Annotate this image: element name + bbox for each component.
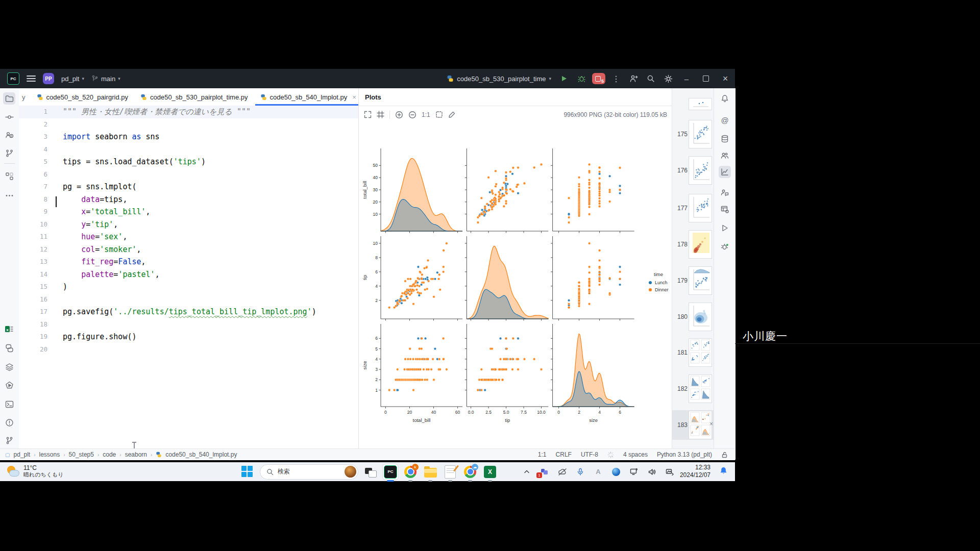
breadcrumb-item[interactable]: pd_plt — [13, 451, 30, 458]
search-input[interactable]: 検索 — [260, 464, 358, 480]
code-with-me-icon[interactable] — [625, 69, 642, 88]
plot-thumbnail-182[interactable]: 182 — [672, 374, 714, 404]
tray-cortana-icon[interactable] — [611, 467, 621, 477]
code-line[interactable]: 5tips = sns.load_dataset('tips') — [19, 156, 358, 168]
data-tables-icon[interactable] — [719, 203, 731, 215]
tab-pairgrid[interactable]: code50_sb_520_pairgrid.py — [31, 88, 134, 106]
close-tab-icon[interactable]: × — [352, 93, 356, 101]
search-daily-image[interactable] — [345, 466, 356, 478]
tray-photos-sync-icon[interactable] — [665, 467, 675, 477]
fit-zoom-icon[interactable] — [364, 111, 372, 118]
more-tool-windows-icon[interactable] — [3, 189, 15, 202]
thumbnail-image[interactable] — [689, 98, 712, 110]
commit-icon[interactable] — [3, 111, 15, 123]
project-folder-icon[interactable] — [3, 92, 15, 105]
tray-volume-icon[interactable] — [647, 467, 657, 477]
breadcrumb-item[interactable]: lessons — [39, 451, 60, 458]
plot-thumbnail-175[interactable]: 175 — [672, 119, 714, 149]
code-line[interactable]: 17pg.savefig('../results/tips_total_bill… — [19, 306, 358, 318]
color-picker-icon[interactable] — [448, 111, 456, 118]
plots-tool-icon[interactable] — [719, 166, 731, 178]
pairplot-image[interactable]: 1020304050total_bill246810tip12345602040… — [359, 123, 672, 460]
indent-setting[interactable]: 4 spaces — [623, 451, 648, 458]
tray-microphone-icon[interactable] — [575, 467, 585, 477]
problems-icon[interactable] — [3, 416, 15, 429]
taskbar-chrome-profile2-icon[interactable]: ☁ — [462, 464, 478, 480]
run-panel-icon[interactable] — [719, 222, 731, 234]
code-line[interactable]: 10 y='tip', — [19, 218, 358, 231]
tab-pairplot-time[interactable]: code50_sb_530_pairplot_time.py — [134, 88, 254, 106]
plot-thumbnail-177[interactable]: 177 — [672, 193, 714, 223]
caret-position[interactable]: 1:1 — [538, 451, 547, 458]
taskbar-excel-icon[interactable]: X — [482, 464, 498, 480]
tab-overflow[interactable]: y — [19, 93, 31, 101]
tab-lmplot[interactable]: code50_sb_540_lmplot.py × — [254, 88, 362, 106]
code-review-icon[interactable] — [719, 186, 731, 198]
run-button[interactable] — [555, 69, 573, 88]
vcs-graph-icon[interactable] — [3, 147, 15, 159]
run-tool-icon[interactable] — [3, 379, 15, 391]
actual-size-button[interactable]: 1:1 — [422, 111, 430, 118]
python-interpreter[interactable]: Python 3.13 (pd_plt) — [657, 451, 712, 458]
selection-icon[interactable] — [435, 111, 443, 118]
zoom-out-icon[interactable] — [408, 111, 416, 119]
services-layers-icon[interactable] — [3, 361, 15, 373]
grid-mode-icon[interactable] — [377, 111, 384, 118]
tray-onedrive-paused-icon[interactable] — [557, 467, 568, 477]
line-separator[interactable]: CRLF — [556, 451, 572, 458]
taskbar-notepad-icon[interactable] — [443, 464, 458, 480]
terminal-icon[interactable] — [3, 398, 15, 410]
notification-center-icon[interactable] — [719, 466, 728, 475]
more-actions-icon[interactable]: ⋮ — [607, 69, 625, 88]
task-view-button[interactable] — [363, 464, 378, 480]
taskbar-clock[interactable]: 12:33 2024/12/07 — [680, 464, 710, 479]
taskbar-explorer-icon[interactable] — [423, 464, 438, 480]
code-line[interactable]: 8 data=tips, — [19, 193, 358, 206]
database-icon[interactable] — [719, 133, 731, 145]
tray-ime-mode[interactable]: A — [593, 467, 603, 477]
code-line[interactable]: 15) — [19, 281, 358, 293]
file-encoding[interactable]: UTF-8 — [581, 451, 598, 458]
taskbar-chrome-profile1-icon[interactable]: k — [403, 464, 418, 480]
thumbnail-image[interactable] — [689, 120, 712, 148]
thumbnail-image[interactable] — [689, 267, 712, 294]
taskbar-pycharm-icon[interactable]: PC — [383, 464, 398, 480]
ai-assistant-icon[interactable]: @ — [719, 114, 731, 126]
code-line[interactable]: 4 — [19, 143, 358, 156]
code-line[interactable]: 9 x='total_bill', — [19, 206, 358, 218]
code-line[interactable]: 11 hue='sex', — [19, 231, 358, 243]
plot-thumbnail-183[interactable]: 183× — [672, 410, 714, 440]
debug-button[interactable] — [573, 69, 590, 88]
thumbnail-image[interactable] — [689, 375, 712, 403]
breadcrumb-item[interactable]: seaborn — [125, 451, 147, 458]
breadcrumb-item[interactable]: code50_sb_540_lmplot.py — [165, 451, 237, 458]
search-everywhere-icon[interactable] — [642, 69, 659, 88]
main-menu-icon[interactable] — [27, 76, 36, 82]
unlocked-icon[interactable] — [721, 452, 728, 458]
close-thumbnail-icon[interactable]: × — [709, 420, 713, 428]
tray-teams-icon[interactable]: 1 — [540, 467, 550, 477]
python-packages-icon[interactable] — [3, 342, 15, 354]
code-with-me-users-icon[interactable] — [3, 129, 15, 141]
version-control-icon[interactable] — [3, 434, 15, 446]
code-line[interactable]: 14 palette='pastel', — [19, 268, 358, 281]
thumbnail-image[interactable] — [689, 411, 712, 439]
code-line[interactable]: 3import seaborn as sns — [19, 131, 358, 143]
plot-thumbnail-176[interactable]: 176 — [672, 156, 714, 185]
plot-thumbnail-180[interactable]: 180 — [672, 302, 714, 332]
code-line[interactable]: 7pg = sns.lmplot( — [19, 181, 358, 193]
run-config-selector[interactable]: code50_sb_530_pairplot_time ▾ — [447, 75, 551, 83]
thumbnail-image[interactable] — [689, 231, 712, 258]
code-line[interactable]: 2 — [19, 118, 358, 131]
code-line[interactable]: 16 — [19, 293, 358, 306]
code-line[interactable]: 19pg.figure.show() — [19, 331, 358, 343]
notifications-bell-icon[interactable] — [719, 92, 731, 105]
maximize-button[interactable] — [696, 69, 716, 88]
code-line[interactable]: 12 col='smoker', — [19, 243, 358, 256]
close-button[interactable]: × — [716, 69, 735, 88]
stop-button[interactable]: 5 — [590, 69, 607, 88]
start-button[interactable] — [240, 464, 255, 480]
code-line[interactable]: 13 fit_reg=False, — [19, 256, 358, 268]
thumbnail-image[interactable] — [689, 339, 712, 366]
code-line[interactable]: 20 — [19, 343, 358, 356]
